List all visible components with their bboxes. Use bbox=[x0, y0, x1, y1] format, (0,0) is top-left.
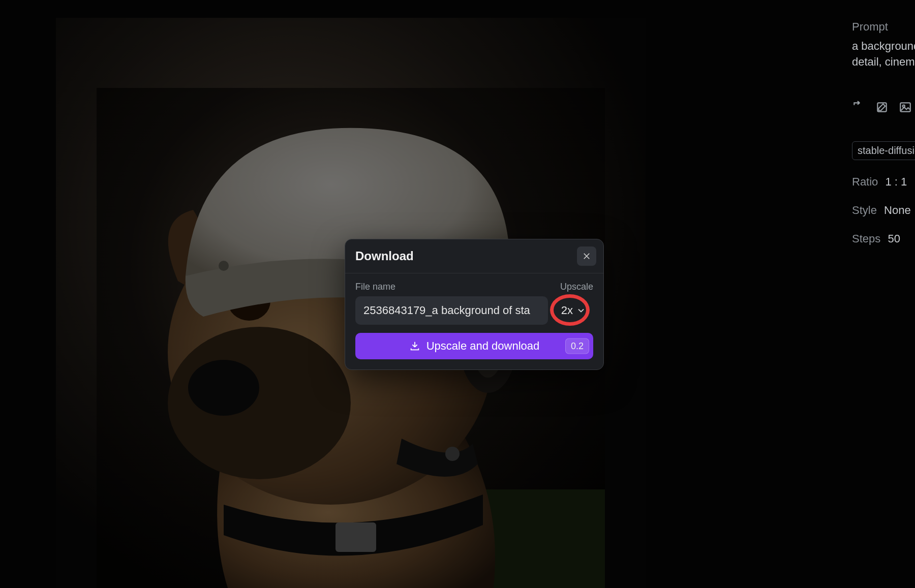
svg-point-10 bbox=[219, 261, 229, 271]
prompt-label: Prompt bbox=[852, 20, 915, 34]
download-modal: Download File name Upscale 2x bbox=[345, 239, 604, 370]
upscale-value: 2x bbox=[561, 304, 573, 317]
steps-row: Steps 50 bbox=[852, 232, 915, 245]
image-icon[interactable] bbox=[899, 101, 912, 116]
svg-point-4 bbox=[168, 327, 351, 479]
chevron-down-icon bbox=[576, 305, 586, 316]
prompt-text-line2: detail, cinema bbox=[852, 54, 915, 70]
primary-button-label: Upscale and download bbox=[426, 339, 540, 353]
modal-title: Download bbox=[355, 249, 414, 263]
style-label: Style bbox=[852, 204, 877, 216]
ratio-label: Ratio bbox=[852, 175, 878, 188]
modal-body: File name Upscale 2x Upscale and downloa… bbox=[345, 273, 603, 369]
info-sidebar: Prompt a background detail, cinema stabl… bbox=[844, 0, 915, 588]
ratio-row: Ratio 1 : 1 bbox=[852, 175, 915, 189]
svg-point-6 bbox=[228, 282, 270, 321]
filename-label: File name bbox=[355, 282, 395, 292]
upscale-download-button[interactable]: Upscale and download 0.2 bbox=[355, 333, 593, 359]
svg-point-5 bbox=[188, 360, 259, 416]
filename-input[interactable] bbox=[355, 296, 548, 325]
svg-rect-1 bbox=[376, 489, 605, 588]
upscale-label: Upscale bbox=[560, 282, 593, 292]
svg-rect-2 bbox=[336, 522, 376, 552]
credit-cost-badge: 0.2 bbox=[565, 338, 589, 354]
edit-icon[interactable] bbox=[875, 101, 889, 116]
style-row: Style None bbox=[852, 204, 915, 217]
steps-label: Steps bbox=[852, 232, 880, 245]
upscale-select[interactable]: 2x bbox=[555, 296, 593, 325]
modal-header: Download bbox=[345, 239, 603, 273]
close-button[interactable] bbox=[577, 246, 596, 266]
close-icon bbox=[582, 252, 591, 261]
reuse-prompt-icon[interactable] bbox=[852, 101, 865, 116]
steps-value: 50 bbox=[888, 232, 900, 245]
download-icon bbox=[409, 341, 420, 352]
prompt-text-line1: a background bbox=[852, 39, 915, 54]
svg-point-14 bbox=[445, 447, 460, 461]
svg-point-7 bbox=[238, 291, 252, 303]
ratio-value: 1 : 1 bbox=[885, 175, 907, 188]
style-value: None bbox=[884, 204, 911, 216]
model-tag[interactable]: stable-diffusion bbox=[852, 141, 915, 160]
app-root: Prompt a background detail, cinema stabl… bbox=[0, 0, 915, 588]
